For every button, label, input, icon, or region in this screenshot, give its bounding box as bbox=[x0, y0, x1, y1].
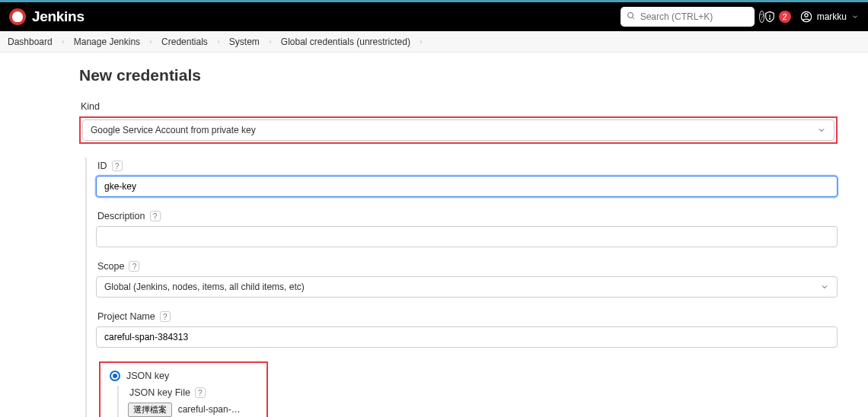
svg-point-5 bbox=[805, 14, 808, 17]
json-key-radio-row[interactable]: JSON key bbox=[110, 371, 259, 381]
jenkins-logo-icon bbox=[9, 8, 26, 25]
id-input[interactable] bbox=[96, 176, 838, 197]
breadcrumb: Dashboard Manage Jenkins Credentials Sys… bbox=[0, 31, 868, 53]
kind-select[interactable]: Google Service Account from private key bbox=[82, 119, 834, 141]
chevron-down-icon bbox=[820, 282, 829, 291]
user-icon bbox=[800, 11, 812, 23]
help-icon[interactable]: ? bbox=[150, 211, 161, 221]
json-key-radio[interactable] bbox=[110, 371, 120, 381]
description-label: Description bbox=[97, 211, 145, 221]
crumb-system[interactable]: System bbox=[229, 37, 260, 47]
chevron-down-icon bbox=[817, 126, 826, 135]
username: markku bbox=[817, 11, 847, 22]
description-input[interactable] bbox=[96, 226, 838, 247]
topbar: Jenkins ? 2 markku bbox=[0, 2, 868, 31]
brand[interactable]: Jenkins bbox=[9, 8, 85, 25]
kind-highlight: Google Service Account from private key bbox=[79, 116, 838, 144]
project-name-input[interactable] bbox=[96, 326, 838, 348]
security-alerts[interactable]: 2 bbox=[764, 10, 791, 24]
alert-count-badge: 2 bbox=[779, 11, 791, 23]
help-icon[interactable]: ? bbox=[160, 311, 171, 322]
search-icon bbox=[627, 11, 636, 23]
svg-line-1 bbox=[632, 17, 634, 19]
chevron-down-icon bbox=[851, 13, 859, 21]
json-key-highlight: JSON key JSON key File ? 選擇檔案 careful-sp… bbox=[99, 361, 268, 417]
chevron-right-icon bbox=[418, 39, 424, 45]
project-name-label: Project Name bbox=[97, 311, 155, 322]
id-label: ID bbox=[97, 161, 107, 171]
help-icon[interactable]: ? bbox=[112, 161, 123, 171]
crumb-credentials[interactable]: Credentials bbox=[161, 37, 208, 47]
kind-label: Kind bbox=[81, 101, 838, 112]
user-menu[interactable]: markku bbox=[800, 11, 859, 23]
scope-select[interactable]: Global (Jenkins, nodes, items, all child… bbox=[96, 276, 838, 298]
choose-file-button[interactable]: 選擇檔案 bbox=[128, 403, 172, 417]
scope-label: Scope bbox=[97, 261, 124, 272]
json-key-file-label: JSON key File bbox=[129, 387, 190, 398]
kind-value: Google Service Account from private key bbox=[91, 125, 256, 135]
chevron-right-icon bbox=[60, 39, 66, 45]
json-key-label: JSON key bbox=[126, 371, 169, 381]
crumb-global[interactable]: Global credentials (unrestricted) bbox=[281, 37, 410, 47]
scope-value: Global (Jenkins, nodes, items, all child… bbox=[104, 282, 305, 292]
page-title: New credentials bbox=[79, 66, 838, 84]
svg-point-0 bbox=[627, 12, 633, 18]
chevron-right-icon bbox=[267, 39, 273, 45]
crumb-manage[interactable]: Manage Jenkins bbox=[74, 37, 140, 47]
svg-point-3 bbox=[769, 18, 770, 19]
chevron-right-icon bbox=[215, 39, 222, 45]
search-box[interactable]: ? bbox=[621, 7, 755, 27]
shield-icon bbox=[764, 10, 776, 24]
help-icon[interactable]: ? bbox=[195, 387, 206, 398]
search-input[interactable] bbox=[640, 11, 755, 22]
chevron-right-icon bbox=[148, 39, 154, 45]
product-name: Jenkins bbox=[32, 8, 85, 25]
crumb-dashboard[interactable]: Dashboard bbox=[8, 37, 53, 47]
help-icon[interactable]: ? bbox=[129, 261, 139, 272]
